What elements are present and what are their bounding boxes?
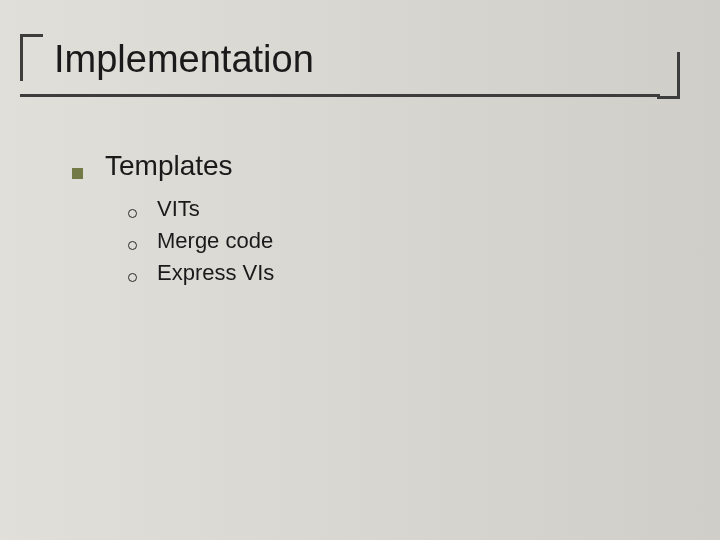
list-item: Templates [72,150,660,182]
circle-bullet-icon [128,273,137,282]
list-item: VITs [128,196,660,222]
slide-body: Templates VITs Merge code Express VIs [72,150,660,292]
square-bullet-icon [72,168,83,179]
title-area: Implementation [20,34,680,85]
slide: Implementation Templates VITs Merge code… [0,0,720,540]
list-item-label: VITs [157,196,200,222]
circle-bullet-icon [128,209,137,218]
bracket-bottom-right-icon [657,52,680,99]
sublist: VITs Merge code Express VIs [128,196,660,286]
list-item: Merge code [128,228,660,254]
title-underline [20,94,660,97]
circle-bullet-icon [128,241,137,250]
list-item: Express VIs [128,260,660,286]
slide-title: Implementation [20,34,680,85]
list-item-label: Merge code [157,228,273,254]
list-item-label: Express VIs [157,260,274,286]
list-item-label: Templates [105,150,233,182]
bracket-top-left-icon [20,34,43,81]
